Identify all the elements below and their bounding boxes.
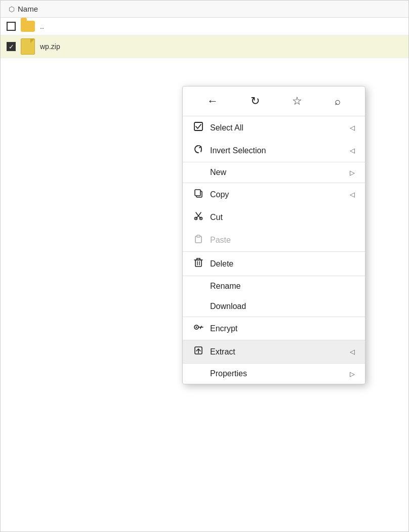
encrypt-section: Encrypt: [183, 317, 365, 340]
invert-selection-label: Invert Selection: [210, 146, 344, 155]
extract-label: Extract: [210, 347, 344, 357]
menu-item-download[interactable]: Download: [183, 296, 365, 317]
rename-label: Rename: [193, 282, 355, 291]
star-icon[interactable]: ☆: [288, 93, 306, 110]
properties-section: Properties ▷: [183, 364, 365, 384]
menu-item-encrypt[interactable]: Encrypt: [183, 317, 365, 340]
refresh-icon[interactable]: ↻: [247, 93, 264, 110]
menu-item-copy[interactable]: Copy ◁: [183, 183, 365, 206]
select-all-arrow: ◁: [350, 124, 355, 131]
file-row-wpzip[interactable]: ✓ wp.zip: [1, 35, 408, 58]
checkbox-wpzip[interactable]: ✓: [7, 42, 16, 51]
new-arrow: ▷: [350, 169, 355, 176]
menu-item-paste[interactable]: Paste: [183, 229, 365, 251]
sort-icon[interactable]: ⬡: [9, 5, 15, 13]
properties-arrow: ▷: [350, 370, 355, 378]
clipboard-section: Copy ◁ Cut: [183, 183, 365, 252]
menu-item-delete[interactable]: Delete: [183, 252, 365, 276]
extract-section: Extract ◁: [183, 340, 365, 364]
svg-rect-10: [197, 235, 200, 237]
delete-section: Delete: [183, 252, 365, 276]
svg-rect-11: [195, 260, 201, 267]
copy-label: Copy: [210, 190, 344, 199]
folder-icon: [21, 21, 35, 32]
file-row-parent[interactable]: ..: [1, 18, 408, 35]
search-icon[interactable]: ⌕: [331, 94, 345, 109]
selection-section: Select All ◁ Invert Selection ◁: [183, 116, 365, 162]
file-list: .. ✓ wp.zip: [1, 18, 408, 58]
select-all-icon: [193, 122, 204, 134]
cut-label: Cut: [210, 213, 355, 222]
invert-selection-arrow: ◁: [350, 147, 355, 154]
copy-arrow: ◁: [350, 191, 355, 198]
menu-item-properties[interactable]: Properties ▷: [183, 364, 365, 384]
back-icon[interactable]: ←: [203, 93, 222, 110]
checkbox-parent[interactable]: [7, 22, 16, 31]
select-all-label: Select All: [210, 123, 344, 132]
file-manager-header: ⬡ Name: [1, 1, 408, 18]
menu-item-extract[interactable]: Extract ◁: [183, 340, 365, 363]
menu-item-invert-selection[interactable]: Invert Selection ◁: [183, 139, 365, 162]
extract-icon: [193, 346, 204, 358]
download-label: Download: [193, 302, 355, 311]
context-menu-toolbar: ← ↻ ☆ ⌕: [183, 86, 365, 116]
file-name-parent: ..: [40, 22, 44, 30]
svg-line-7: [196, 212, 198, 216]
svg-rect-2: [195, 190, 200, 196]
new-label: New: [193, 168, 344, 177]
svg-line-8: [198, 212, 201, 216]
encrypt-icon: [193, 323, 204, 334]
extract-arrow: ◁: [350, 348, 355, 356]
copy-icon: [193, 189, 204, 200]
menu-item-rename[interactable]: Rename: [183, 276, 365, 296]
name-column: ⬡ Name: [9, 5, 38, 13]
delete-icon: [193, 257, 204, 270]
rename-download-section: Rename Download: [183, 276, 365, 317]
svg-point-22: [196, 327, 197, 328]
menu-item-cut[interactable]: Cut: [183, 206, 365, 229]
invert-selection-icon: [193, 145, 204, 156]
paste-icon: [193, 234, 204, 246]
menu-item-select-all[interactable]: Select All ◁: [183, 116, 365, 139]
file-name-wpzip: wp.zip: [40, 42, 60, 51]
properties-label: Properties: [193, 369, 344, 378]
cut-icon: [193, 211, 204, 223]
menu-item-new[interactable]: New ▷: [183, 162, 365, 183]
zip-icon: [21, 38, 35, 55]
paste-label: Paste: [210, 236, 355, 245]
context-menu: ← ↻ ☆ ⌕ Select All ◁ Inver: [182, 86, 365, 384]
encrypt-label: Encrypt: [210, 324, 355, 333]
name-label: Name: [18, 5, 38, 13]
new-section: New ▷: [183, 162, 365, 183]
delete-label: Delete: [210, 259, 355, 269]
